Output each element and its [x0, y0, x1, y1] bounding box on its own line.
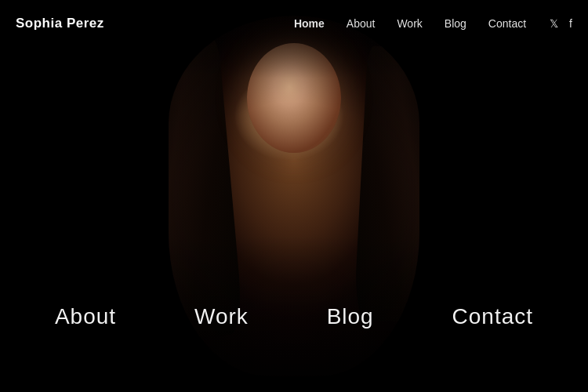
hero-section	[0, 0, 588, 392]
nav-link-about[interactable]: About	[347, 17, 376, 30]
nav-item-home[interactable]: Home	[294, 16, 325, 31]
site-logo: Sophia Perez	[16, 16, 104, 31]
bottom-nav: About Work Blog Contact	[0, 304, 588, 329]
navbar: Sophia Perez Home About Work Blog Contac…	[0, 0, 588, 47]
facebook-icon[interactable]: f	[569, 17, 572, 30]
bottom-nav-about[interactable]: About	[55, 304, 116, 329]
nav-social: 𝕏 f	[550, 17, 572, 30]
hair-right	[354, 45, 419, 323]
nav-item-blog[interactable]: Blog	[445, 16, 466, 31]
nav-link-home[interactable]: Home	[294, 17, 325, 30]
nav-link-contact[interactable]: Contact	[488, 17, 526, 30]
nav-links: Home About Work Blog Contact	[294, 16, 526, 31]
nav-link-work[interactable]: Work	[397, 17, 422, 30]
nav-link-blog[interactable]: Blog	[445, 17, 466, 30]
nav-item-about[interactable]: About	[347, 16, 376, 31]
portrait-container	[0, 0, 588, 392]
bottom-nav-blog[interactable]: Blog	[327, 304, 374, 329]
twitter-icon[interactable]: 𝕏	[550, 17, 558, 30]
nav-item-contact[interactable]: Contact	[488, 16, 526, 31]
face-highlight	[247, 43, 341, 153]
bottom-nav-work[interactable]: Work	[194, 304, 249, 329]
bottom-nav-contact[interactable]: Contact	[452, 304, 534, 329]
hair-left	[169, 37, 244, 339]
nav-item-work[interactable]: Work	[397, 16, 422, 31]
